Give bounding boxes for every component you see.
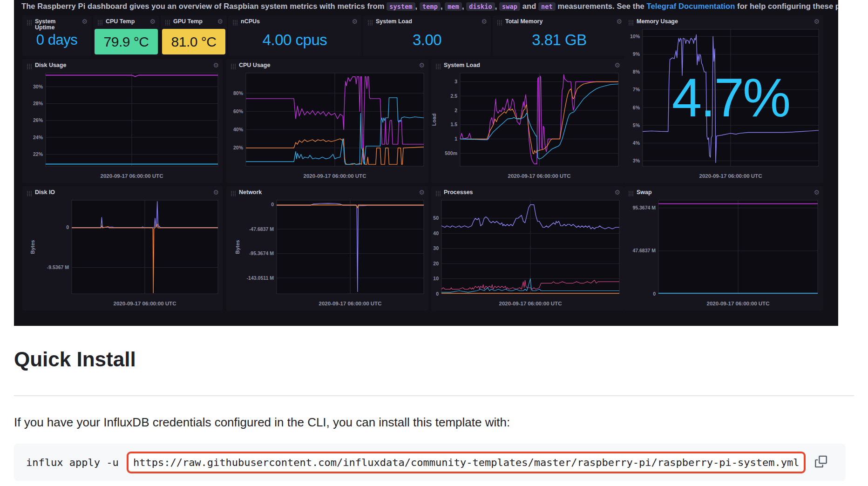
drag-handle-icon[interactable] bbox=[27, 190, 32, 198]
panel-cpu-usage: CPU Usage⚙80%60%40%20%2020-09-17 06:00:0… bbox=[226, 59, 428, 183]
y-tick-label: 40% bbox=[233, 127, 244, 132]
drag-handle-icon[interactable] bbox=[231, 190, 236, 198]
y-tick-label: 20 bbox=[433, 261, 439, 266]
copy-button[interactable] bbox=[813, 454, 829, 471]
stat-value: 3.00 bbox=[413, 31, 441, 49]
intro-text: The Raspberry Pi dashboard gives you an … bbox=[21, 2, 387, 10]
drag-handle-icon[interactable] bbox=[27, 63, 32, 71]
gear-icon[interactable]: ⚙ bbox=[217, 19, 223, 25]
panel-disk-usage: Disk Usage⚙30%28%26%24%22%2020-09-17 06:… bbox=[22, 59, 223, 183]
panel-title: Swap bbox=[637, 189, 652, 196]
gear-icon[interactable]: ⚙ bbox=[614, 62, 620, 68]
drag-handle-icon[interactable] bbox=[231, 63, 236, 71]
y-tick-label: 10% bbox=[630, 34, 640, 39]
x-axis-date-label: 2020-09-17 06:00:00 UTC bbox=[114, 301, 176, 306]
install-instructions: If you have your InfluxDB credentials co… bbox=[14, 415, 510, 430]
drag-handle-icon[interactable] bbox=[232, 19, 238, 27]
gear-icon[interactable]: ⚙ bbox=[616, 19, 622, 25]
gear-icon[interactable]: ⚙ bbox=[81, 19, 88, 25]
drag-handle-icon[interactable] bbox=[628, 190, 634, 198]
gear-icon[interactable]: ⚙ bbox=[149, 19, 156, 25]
y-tick-label: 0 bbox=[653, 291, 656, 297]
chart-cpu-usage: 80%60%40%20%2020-09-17 06:00:00 UTC bbox=[226, 59, 428, 183]
drag-handle-icon[interactable] bbox=[27, 19, 32, 27]
gear-icon[interactable]: ⚙ bbox=[352, 19, 358, 25]
x-axis-date-label: 2020-09-17 06:00:00 UTC bbox=[304, 173, 366, 179]
y-tick-label: 24% bbox=[33, 135, 43, 140]
x-axis-date-label: 2020-09-17 06:00:00 UTC bbox=[699, 173, 762, 179]
x-axis-date-label: 2020-09-17 06:00:00 UTC bbox=[508, 173, 571, 179]
code-block: influx apply -u https://raw.githubuserco… bbox=[14, 444, 846, 481]
chart-disk-usage: 30%28%26%24%22%2020-09-17 06:00:00 UTC bbox=[22, 59, 223, 183]
y-tick-label: 500m bbox=[445, 150, 457, 156]
gear-icon[interactable]: ⚙ bbox=[213, 189, 219, 196]
y-tick-label: 47.6837 M bbox=[632, 248, 656, 253]
stat-body: 3.81 GB bbox=[493, 25, 626, 55]
raspberry-pi-dashboard-image[interactable]: The Raspberry Pi dashboard gives you an … bbox=[14, 0, 838, 326]
template-url: https://raw.githubusercontent.com/influx… bbox=[133, 457, 799, 468]
panel-disk-io: Disk IO⚙0-9.5367 M2020-09-17 06:00:00 UT… bbox=[22, 186, 223, 310]
gear-icon[interactable]: ⚙ bbox=[481, 19, 487, 25]
github-readme-page: The Raspberry Pi dashboard gives you an … bbox=[0, 0, 868, 486]
y-tick-label: -95.3674 M bbox=[249, 250, 274, 256]
y-tick-label: -143.0511 M bbox=[247, 275, 274, 281]
intro-text: , bbox=[462, 2, 466, 10]
panel-header: Total Memory⚙ bbox=[497, 19, 622, 27]
panel-network: Network⚙0-47.6837 M-95.3674 M-143.0511 M… bbox=[226, 186, 428, 310]
panel-title: Memory Usage bbox=[637, 19, 678, 25]
drag-handle-icon[interactable] bbox=[367, 19, 373, 27]
y-tick-label: 3 bbox=[454, 79, 457, 84]
panel-title: System Load bbox=[376, 19, 412, 25]
gear-icon[interactable]: ⚙ bbox=[213, 62, 219, 68]
y-tick-label: 80% bbox=[233, 90, 244, 96]
drag-handle-icon[interactable] bbox=[435, 63, 441, 71]
gear-icon[interactable]: ⚙ bbox=[419, 189, 425, 196]
gear-icon[interactable]: ⚙ bbox=[419, 62, 425, 68]
install-command: influx apply -u https://raw.githubuserco… bbox=[26, 452, 806, 473]
heading-divider bbox=[14, 395, 854, 396]
y-tick-label: 0 bbox=[271, 202, 274, 207]
y-tick-label: 28% bbox=[33, 101, 43, 106]
intro-text: and bbox=[520, 2, 538, 10]
panel-header: Network⚙ bbox=[231, 189, 425, 198]
panel-header: CPU Usage⚙ bbox=[231, 62, 425, 71]
drag-handle-icon[interactable] bbox=[497, 19, 502, 27]
panel-title: Total Memory bbox=[505, 19, 542, 25]
drag-handle-icon[interactable] bbox=[435, 190, 441, 198]
panel-header: nCPUs⚙ bbox=[232, 19, 358, 27]
panel-header: Swap⚙ bbox=[628, 189, 820, 198]
metric-badge: temp bbox=[420, 2, 441, 11]
drag-handle-icon[interactable] bbox=[97, 19, 103, 27]
intro-text: measurements. See the bbox=[556, 2, 647, 10]
panel-system-load: System Load⚙32.521.51500m2020-09-17 06:0… bbox=[431, 59, 624, 183]
metric-badge: swap bbox=[499, 2, 520, 11]
drag-handle-icon[interactable] bbox=[165, 19, 170, 27]
x-axis-date-label: 2020-09-17 06:00:00 UTC bbox=[707, 301, 770, 306]
panel-swap: Swap⚙95.3674 M47.6837 M02020-09-17 06:00… bbox=[624, 186, 823, 310]
y-tick-label: 8% bbox=[633, 69, 640, 74]
panel-cpu-temp: CPU Temp⚙79.9 °C bbox=[93, 15, 159, 56]
stat-value: 4.00 cpus bbox=[263, 31, 327, 49]
gear-icon[interactable]: ⚙ bbox=[814, 19, 820, 25]
gear-icon[interactable]: ⚙ bbox=[814, 189, 820, 196]
panel-gpu-temp: GPU Temp⚙81.0 °C bbox=[161, 15, 227, 56]
metric-badge: net bbox=[538, 2, 556, 11]
panel-title: GPU Temp bbox=[173, 19, 203, 25]
y-tick-label: 50 bbox=[433, 215, 439, 221]
metric-badge: diskio bbox=[466, 2, 495, 11]
panel-title: Disk Usage bbox=[35, 62, 66, 68]
drag-handle-icon[interactable] bbox=[628, 19, 634, 27]
telegraf-docs-link: Telegraf Documentation bbox=[647, 2, 735, 10]
chart-system-load: 32.521.51500m2020-09-17 06:00:00 UTCLoad bbox=[431, 59, 624, 183]
y-tick-label: 60% bbox=[233, 108, 244, 114]
panel-title: Disk IO bbox=[35, 189, 55, 196]
intro-paragraph: The Raspberry Pi dashboard gives you an … bbox=[21, 2, 834, 11]
panel-title: CPU Temp bbox=[106, 19, 135, 25]
y-tick-label: 6% bbox=[633, 105, 640, 110]
y-tick-label: 0 bbox=[66, 224, 69, 230]
gear-icon[interactable]: ⚙ bbox=[614, 189, 620, 196]
y-axis-unit-label: Load bbox=[431, 114, 437, 126]
chart-swap: 95.3674 M47.6837 M02020-09-17 06:00:00 U… bbox=[624, 186, 823, 310]
panel-header: Processes⚙ bbox=[435, 189, 620, 198]
panel-header: System Uptime⚙ bbox=[27, 19, 88, 31]
